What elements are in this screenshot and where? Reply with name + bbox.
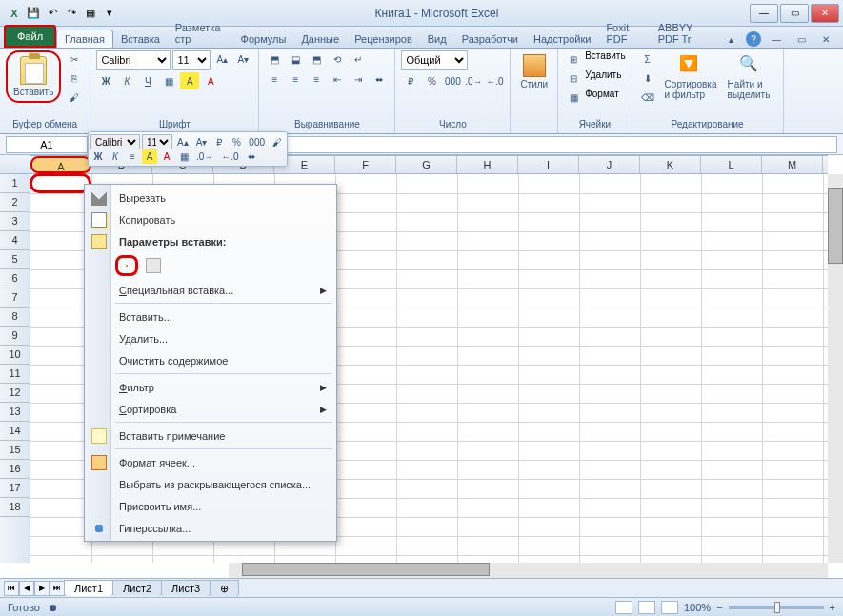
font-size-select[interactable]: 11	[172, 50, 211, 70]
tab-file[interactable]: Файл	[4, 25, 56, 48]
sheet-nav-prev[interactable]: ◀	[19, 581, 34, 596]
align-bottom-icon[interactable]: ⬒	[307, 50, 326, 68]
sort-filter-button[interactable]: 🔽 Сортировка и фильтр	[661, 50, 720, 104]
cell-styles-button[interactable]: Стили	[516, 50, 552, 93]
normal-view-button[interactable]	[615, 601, 632, 614]
mini-size-select[interactable]: 11	[142, 134, 172, 149]
mini-italic-button[interactable]: К	[108, 149, 123, 164]
mini-percent-icon[interactable]: %	[229, 135, 244, 149]
mini-dec-decimal-icon[interactable]: ←.0	[218, 149, 241, 164]
tab-formulas[interactable]: Формулы	[233, 30, 294, 48]
close-button[interactable]: ✕	[811, 4, 839, 23]
undo-icon[interactable]: ↶	[44, 5, 61, 22]
fill-color-icon[interactable]: A	[180, 72, 199, 89]
vertical-scrollbar[interactable]	[828, 174, 843, 563]
format-cell-button[interactable]: ▦Формат	[564, 89, 619, 106]
row-header[interactable]: 12	[0, 384, 30, 403]
ctx-copy[interactable]: Копировать	[87, 209, 334, 230]
paste-option-all[interactable]	[115, 255, 138, 276]
col-header[interactable]: K	[640, 156, 701, 173]
col-header[interactable]: G	[396, 156, 457, 173]
clear-icon[interactable]: ⌫	[638, 89, 657, 106]
mini-border-icon[interactable]: ▦	[176, 149, 191, 164]
row-header[interactable]: 2	[0, 193, 30, 212]
workbook-minimize-icon[interactable]: —	[767, 30, 786, 48]
orientation-icon[interactable]: ⟲	[328, 50, 347, 68]
zoom-out-button[interactable]: −	[716, 602, 722, 613]
border-icon[interactable]: ▦	[159, 72, 178, 89]
help-icon[interactable]: ?	[746, 31, 761, 47]
align-right-icon[interactable]: ≡	[307, 70, 326, 88]
align-middle-icon[interactable]: ⬓	[286, 50, 305, 68]
selected-cell-a1[interactable]	[30, 173, 91, 193]
page-layout-view-button[interactable]	[638, 601, 655, 614]
row-header[interactable]: 11	[0, 365, 30, 384]
currency-icon[interactable]: ₽	[401, 72, 420, 89]
name-box[interactable]	[6, 136, 88, 153]
sheet-tab-1[interactable]: Лист1	[64, 580, 113, 596]
tab-data[interactable]: Данные	[293, 30, 347, 48]
number-format-select[interactable]: Общий	[401, 50, 468, 70]
minimize-ribbon-icon[interactable]: ▴	[721, 30, 740, 48]
cut-icon[interactable]: ✂	[65, 50, 84, 68]
sheet-nav-last[interactable]: ⏭	[50, 581, 65, 596]
ctx-define-name[interactable]: Присвоить имя...	[87, 495, 334, 517]
tab-view[interactable]: Вид	[420, 30, 454, 48]
row-header[interactable]: 18	[0, 498, 30, 517]
col-header[interactable]: J	[579, 156, 640, 173]
row-header[interactable]: 3	[0, 212, 30, 231]
qat-custom-icon[interactable]: ▦	[82, 5, 99, 22]
ctx-insert[interactable]: Вставить...	[87, 306, 334, 328]
horizontal-scrollbar[interactable]	[229, 563, 828, 578]
macro-record-icon[interactable]: ⏺	[48, 602, 58, 613]
row-header[interactable]: 10	[0, 346, 30, 365]
excel-icon[interactable]: X	[6, 5, 23, 22]
sheet-nav-next[interactable]: ▶	[34, 581, 50, 596]
align-left-icon[interactable]: ≡	[265, 70, 284, 88]
col-header[interactable]: I	[518, 156, 579, 173]
row-header[interactable]: 16	[0, 460, 30, 479]
copy-icon[interactable]: ⎘	[65, 70, 84, 87]
mini-fill-color-icon[interactable]: A	[142, 149, 157, 164]
row-header[interactable]: 4	[0, 231, 30, 250]
col-header[interactable]: M	[762, 156, 823, 173]
row-header[interactable]: 13	[0, 403, 30, 422]
tab-abbyy[interactable]: ABBYY PDF Tr	[651, 19, 721, 48]
mini-grow-font-icon[interactable]: A▴	[174, 135, 191, 149]
fill-icon[interactable]: ⬇	[638, 70, 657, 87]
increase-indent-icon[interactable]: ⇥	[349, 70, 368, 88]
ctx-format-cells[interactable]: Формат ячеек...	[87, 451, 334, 473]
workbook-restore-icon[interactable]: ▭	[792, 30, 811, 48]
workbook-close-icon[interactable]: ✕	[816, 30, 835, 48]
col-header-a[interactable]: A	[30, 156, 91, 173]
col-header[interactable]: L	[701, 156, 762, 173]
select-all-corner[interactable]	[0, 155, 30, 174]
row-header[interactable]: 5	[0, 250, 30, 269]
ctx-delete[interactable]: Удалить...	[87, 328, 334, 349]
sheet-tab-3[interactable]: Лист3	[161, 580, 211, 596]
tab-home[interactable]: Главная	[56, 30, 113, 48]
row-header[interactable]: 7	[0, 288, 30, 308]
paste-button[interactable]: Вставить	[6, 50, 61, 103]
zoom-level[interactable]: 100%	[684, 602, 711, 613]
decrease-indent-icon[interactable]: ⇤	[328, 70, 347, 88]
row-header[interactable]: 15	[0, 441, 30, 460]
mini-align-icon[interactable]: ≡	[125, 149, 140, 164]
wrap-text-icon[interactable]: ↵	[349, 50, 368, 68]
mini-comma-icon[interactable]: 000	[246, 135, 268, 149]
delete-cell-button[interactable]: ⊟Удалить	[564, 70, 621, 87]
tab-foxit[interactable]: Foxit PDF	[598, 19, 650, 48]
row-header[interactable]: 6	[0, 269, 30, 288]
ctx-filter[interactable]: Фильтр▶	[87, 376, 334, 398]
merge-cells-icon[interactable]: ⬌	[370, 70, 389, 88]
mini-merge-icon[interactable]: ⬌	[244, 149, 259, 164]
mini-bold-button[interactable]: Ж	[90, 149, 106, 164]
zoom-slider[interactable]	[729, 606, 824, 609]
ctx-insert-comment[interactable]: Вставить примечание	[87, 425, 334, 447]
row-header[interactable]: 8	[0, 308, 30, 327]
col-header[interactable]: H	[457, 156, 518, 173]
tab-page-layout[interactable]: Разметка стр	[168, 19, 233, 48]
mini-inc-decimal-icon[interactable]: .0→	[193, 149, 216, 164]
save-icon[interactable]: 💾	[25, 5, 42, 22]
align-top-icon[interactable]: ⬒	[265, 50, 284, 68]
